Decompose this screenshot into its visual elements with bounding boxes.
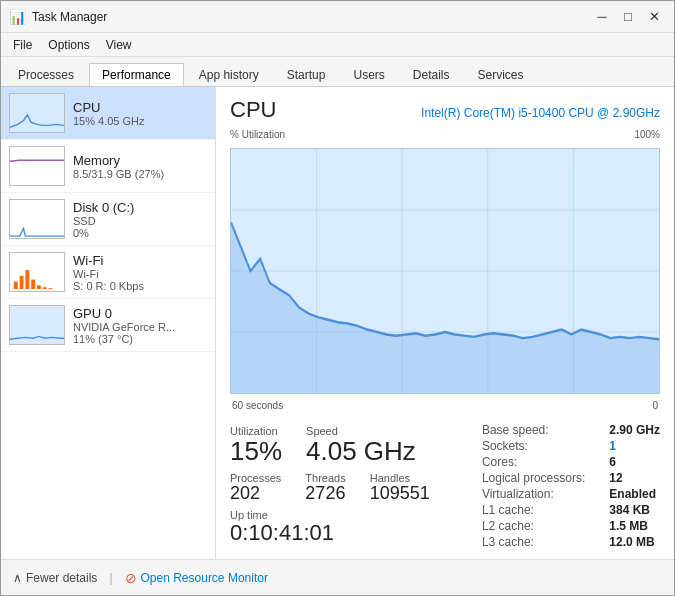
svg-rect-6 [25, 270, 29, 289]
l3-value: 12.0 MB [609, 535, 660, 549]
menu-bar: File Options View [1, 33, 674, 57]
wifi-speed: S: 0 R: 0 Kbps [73, 280, 207, 292]
wifi-info: Wi-Fi Wi-Fi S: 0 R: 0 Kbps [73, 253, 207, 292]
y-max-label: 100% [634, 129, 660, 140]
handles-value: 109551 [370, 484, 430, 504]
gpu-pct: 11% (37 °C) [73, 333, 207, 345]
handles-label: Handles [370, 472, 430, 484]
title-bar-left: 📊 Task Manager [9, 9, 107, 25]
disk-thumbnail [9, 199, 65, 239]
virt-value: Enabled [609, 487, 660, 501]
svg-rect-1 [10, 147, 64, 185]
task-manager-window: 📊 Task Manager ─ □ ✕ File Options View P… [0, 0, 675, 596]
stats-row-2: Processes 202 Threads 2726 Handles 10955… [230, 472, 482, 504]
title-bar: 📊 Task Manager ─ □ ✕ [1, 1, 674, 33]
sidebar-item-disk[interactable]: Disk 0 (C:) SSD 0% [1, 193, 215, 246]
chart-x-labels: 60 seconds 0 [230, 400, 660, 411]
fewer-details-button[interactable]: ∧ Fewer details [13, 571, 97, 585]
tab-details[interactable]: Details [400, 63, 463, 86]
close-button[interactable]: ✕ [642, 7, 666, 27]
bottom-bar: ∧ Fewer details | ⊘ Open Resource Monito… [1, 559, 674, 595]
x-label-left: 60 seconds [232, 400, 283, 411]
gpu-thumbnail [9, 305, 65, 345]
svg-rect-10 [49, 288, 53, 289]
svg-rect-7 [31, 280, 35, 290]
svg-rect-0 [10, 94, 64, 132]
wifi-adapter: Wi-Fi [73, 268, 207, 280]
stats-row-1: Utilization 15% Speed 4.05 GHz [230, 425, 482, 466]
threads-label: Threads [305, 472, 345, 484]
sidebar-item-gpu[interactable]: GPU 0 NVIDIA GeForce R... 11% (37 °C) [1, 299, 215, 352]
base-speed-label: Base speed: [482, 423, 585, 437]
x-label-right: 0 [652, 400, 658, 411]
detail-title: CPU [230, 97, 276, 123]
speed-value: 4.05 GHz [306, 437, 416, 466]
detail-header: CPU Intel(R) Core(TM) i5-10400 CPU @ 2.9… [230, 97, 660, 123]
separator: | [109, 571, 112, 585]
main-content: CPU 15% 4.05 GHz Memory 8.5/31.9 GB (27%… [1, 87, 674, 559]
fewer-details-label: Fewer details [26, 571, 97, 585]
sidebar: CPU 15% 4.05 GHz Memory 8.5/31.9 GB (27%… [1, 87, 216, 559]
logical-value: 12 [609, 471, 660, 485]
processes-label: Processes [230, 472, 281, 484]
sockets-label: Sockets: [482, 439, 585, 453]
detail-subtitle: Intel(R) Core(TM) i5-10400 CPU @ 2.90GHz [421, 106, 660, 120]
chevron-up-icon: ∧ [13, 571, 22, 585]
tab-services[interactable]: Services [465, 63, 537, 86]
tab-app-history[interactable]: App history [186, 63, 272, 86]
memory-thumbnail [9, 146, 65, 186]
maximize-button[interactable]: □ [616, 7, 640, 27]
disk-info: Disk 0 (C:) SSD 0% [73, 200, 207, 239]
sockets-value: 1 [609, 439, 660, 453]
sidebar-item-wifi[interactable]: Wi-Fi Wi-Fi S: 0 R: 0 Kbps [1, 246, 215, 299]
tab-performance[interactable]: Performance [89, 63, 184, 86]
l1-value: 384 KB [609, 503, 660, 517]
processes-stat: Processes 202 [230, 472, 281, 504]
menu-view[interactable]: View [98, 36, 140, 54]
app-icon: 📊 [9, 9, 26, 25]
disk-type: SSD [73, 215, 207, 227]
svg-rect-5 [20, 276, 24, 289]
l1-label: L1 cache: [482, 503, 585, 517]
sidebar-item-memory[interactable]: Memory 8.5/31.9 GB (27%) [1, 140, 215, 193]
gpu-model: NVIDIA GeForce R... [73, 321, 207, 333]
cpu-thumbnail [9, 93, 65, 133]
svg-rect-2 [10, 200, 64, 238]
gpu-name: GPU 0 [73, 306, 207, 321]
sidebar-item-cpu[interactable]: CPU 15% 4.05 GHz [1, 87, 215, 140]
processes-value: 202 [230, 484, 281, 504]
svg-rect-8 [37, 285, 41, 289]
cpu-info: CPU 15% 4.05 GHz [73, 100, 207, 127]
open-monitor-label: Open Resource Monitor [141, 571, 268, 585]
uptime-block: Up time 0:10:41:01 [230, 509, 482, 545]
menu-file[interactable]: File [5, 36, 40, 54]
cpu-pct: 15% 4.05 GHz [73, 115, 207, 127]
minimize-button[interactable]: ─ [590, 7, 614, 27]
handles-stat: Handles 109551 [370, 472, 430, 504]
l2-label: L2 cache: [482, 519, 585, 533]
speed-stat: Speed 4.05 GHz [306, 425, 416, 466]
tab-startup[interactable]: Startup [274, 63, 339, 86]
cpu-name: CPU [73, 100, 207, 115]
memory-pct: 8.5/31.9 GB (27%) [73, 168, 207, 180]
l2-value: 1.5 MB [609, 519, 660, 533]
uptime-value: 0:10:41:01 [230, 521, 482, 545]
threads-stat: Threads 2726 [305, 472, 345, 504]
open-resource-monitor-link[interactable]: ⊘ Open Resource Monitor [125, 570, 268, 586]
virt-label: Virtualization: [482, 487, 585, 501]
threads-value: 2726 [305, 484, 345, 504]
tab-users[interactable]: Users [340, 63, 397, 86]
tab-processes[interactable]: Processes [5, 63, 87, 86]
gpu-info: GPU 0 NVIDIA GeForce R... 11% (37 °C) [73, 306, 207, 345]
tab-bar: Processes Performance App history Startu… [1, 57, 674, 87]
cores-value: 6 [609, 455, 660, 469]
menu-options[interactable]: Options [40, 36, 97, 54]
wifi-thumbnail [9, 252, 65, 292]
utilization-value: 15% [230, 437, 282, 466]
memory-name: Memory [73, 153, 207, 168]
logical-label: Logical processors: [482, 471, 585, 485]
svg-rect-3 [10, 253, 64, 291]
monitor-icon: ⊘ [125, 570, 137, 586]
disk-pct: 0% [73, 227, 207, 239]
window-controls: ─ □ ✕ [590, 7, 666, 27]
